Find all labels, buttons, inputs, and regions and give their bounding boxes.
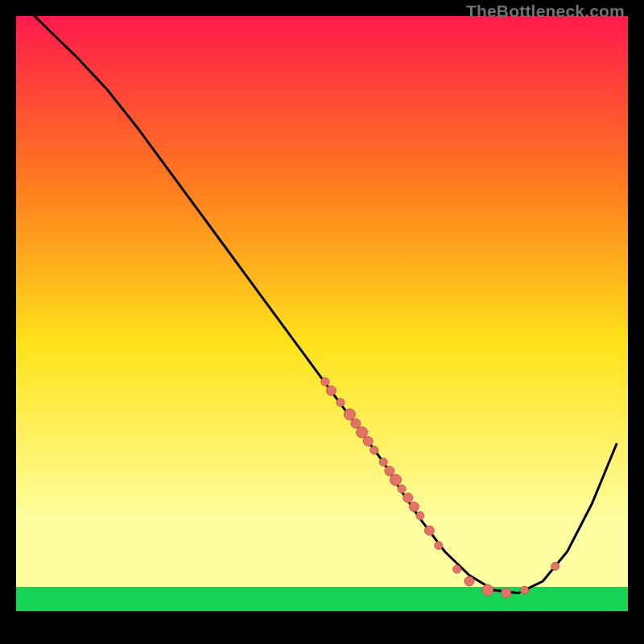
data-dot	[321, 378, 329, 386]
data-dot	[435, 542, 443, 550]
data-dot	[351, 419, 361, 428]
data-dot	[424, 526, 434, 535]
data-dot	[326, 386, 336, 395]
data-dot	[482, 584, 493, 596]
chart-svg	[14, 14, 630, 630]
watermark-text: TheBottleneck.com	[466, 2, 625, 21]
data-dot	[357, 427, 368, 438]
data-dot	[398, 485, 406, 493]
data-dot	[403, 493, 413, 502]
data-dot	[370, 446, 378, 454]
data-dot	[385, 466, 394, 476]
chart-frame	[14, 14, 630, 630]
data-dot	[502, 588, 511, 598]
data-dot	[416, 512, 424, 520]
data-dot	[453, 565, 461, 573]
data-dot	[336, 398, 345, 407]
data-dot	[390, 474, 401, 485]
data-dot	[464, 576, 474, 586]
gradient-background	[15, 15, 629, 611]
data-dot	[521, 586, 529, 594]
data-dot	[379, 458, 387, 466]
data-dot	[344, 409, 355, 420]
data-dot	[409, 502, 419, 512]
axis-bottom-band	[15, 611, 629, 629]
data-dot	[551, 563, 559, 571]
data-dot	[363, 436, 373, 446]
